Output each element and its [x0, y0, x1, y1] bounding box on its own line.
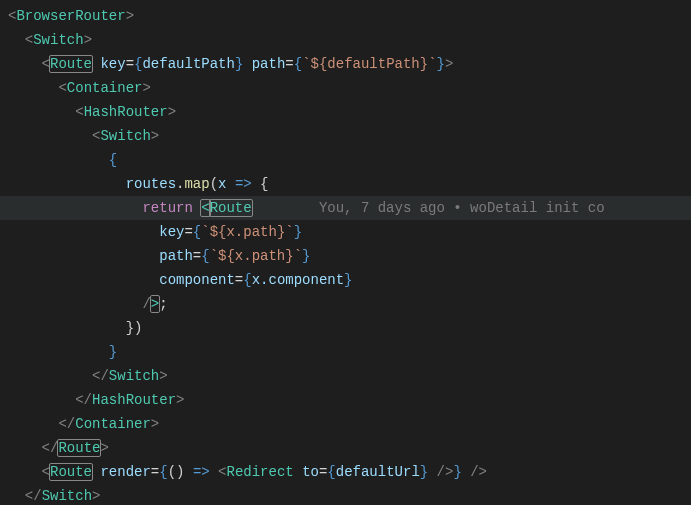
code-line[interactable]: {: [0, 148, 691, 172]
attr-path: path: [159, 248, 193, 264]
code-line[interactable]: <BrowserRouter>: [0, 4, 691, 28]
tag-switch-close: Switch: [42, 488, 92, 504]
tag-route-selected: Route: [209, 199, 253, 217]
tag-browserrouter: BrowserRouter: [16, 8, 125, 24]
tag-route-selected: Route: [49, 55, 93, 73]
var-defaultpath: defaultPath: [142, 56, 234, 72]
var-defaulturl: defaultUrl: [336, 464, 420, 480]
code-line[interactable]: </Switch>: [0, 484, 691, 505]
code-line[interactable]: <Container>: [0, 76, 691, 100]
code-line-active[interactable]: return <Route You, 7 days ago • woDetail…: [0, 196, 691, 220]
code-line[interactable]: <HashRouter>: [0, 100, 691, 124]
kw-return: return: [142, 200, 192, 216]
attr-path: path: [252, 56, 286, 72]
attr-key: key: [100, 56, 125, 72]
code-line[interactable]: <Route key={defaultPath} path={`${defaul…: [0, 52, 691, 76]
code-line[interactable]: }): [0, 316, 691, 340]
var-xcomponent: x.component: [252, 272, 344, 288]
code-line[interactable]: <Switch>: [0, 124, 691, 148]
tag-container-close: Container: [75, 416, 151, 432]
code-line[interactable]: routes.map(x => {: [0, 172, 691, 196]
tag-hashrouter: HashRouter: [84, 104, 168, 120]
tag-container: Container: [67, 80, 143, 96]
git-blame-annotation: You, 7 days ago • woDetail init co: [319, 200, 605, 216]
tpl-defaultpath: `${defaultPath}`: [302, 56, 436, 72]
attr-key: key: [159, 224, 184, 240]
tag-redirect: Redirect: [227, 464, 294, 480]
code-line[interactable]: <Switch>: [0, 28, 691, 52]
code-line[interactable]: <Route render={() => <Redirect to={defau…: [0, 460, 691, 484]
code-line[interactable]: />;: [0, 292, 691, 316]
code-line[interactable]: </Switch>: [0, 364, 691, 388]
code-line[interactable]: </HashRouter>: [0, 388, 691, 412]
code-line[interactable]: component={x.component}: [0, 268, 691, 292]
attr-render: render: [100, 464, 150, 480]
code-line[interactable]: </Route>: [0, 436, 691, 460]
tag-route-selected: Route: [49, 463, 93, 481]
tpl-xpath: `${x.path}`: [210, 248, 302, 264]
attr-to: to: [302, 464, 319, 480]
tag-route-close-selected: Route: [57, 439, 101, 457]
code-line[interactable]: key={`${x.path}`}: [0, 220, 691, 244]
fn-map: map: [184, 176, 209, 192]
code-line[interactable]: </Container>: [0, 412, 691, 436]
code-line[interactable]: path={`${x.path}`}: [0, 244, 691, 268]
code-editor[interactable]: <BrowserRouter> <Switch> <Route key={def…: [0, 4, 691, 505]
attr-component: component: [159, 272, 235, 288]
tag-switch: Switch: [33, 32, 83, 48]
var-routes: routes: [126, 176, 176, 192]
tag-switch: Switch: [100, 128, 150, 144]
code-line[interactable]: }: [0, 340, 691, 364]
tag-hashrouter-close: HashRouter: [92, 392, 176, 408]
tag-switch-close: Switch: [109, 368, 159, 384]
tpl-xpath: `${x.path}`: [201, 224, 293, 240]
var-x: x: [218, 176, 226, 192]
